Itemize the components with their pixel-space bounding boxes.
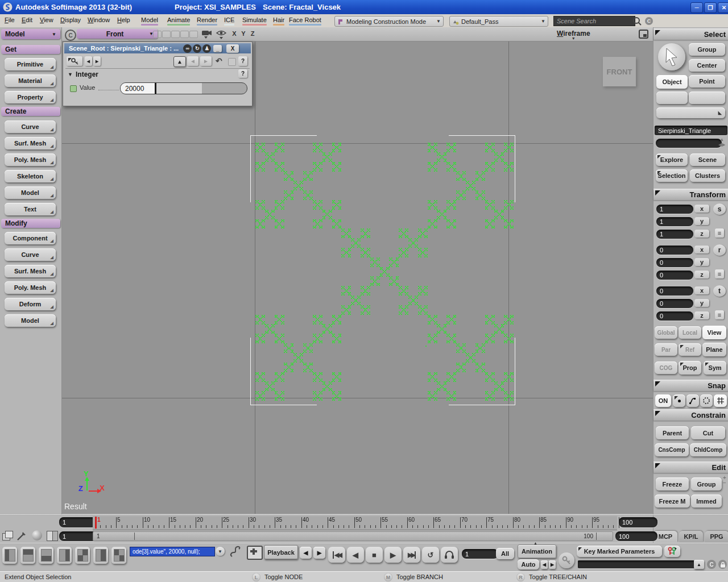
memo-cam-slot[interactable] xyxy=(180,31,189,38)
next-page-button[interactable]: ▸ xyxy=(93,56,101,66)
memo-cam-slot[interactable] xyxy=(162,31,171,38)
cascade-windows-icon[interactable] xyxy=(2,531,14,541)
layout-preset-button[interactable] xyxy=(39,547,53,564)
history-back-button[interactable]: ◄ xyxy=(187,56,198,66)
modify-deform-button[interactable]: Deform◢ xyxy=(5,298,56,310)
get-material-button[interactable]: Material◢ xyxy=(5,74,56,87)
ppg-help-button[interactable]: ? xyxy=(238,56,247,66)
section-help-button[interactable]: ? xyxy=(238,69,247,78)
module-menu-render[interactable]: Render xyxy=(197,16,217,26)
command-line-input[interactable]: ode[3].value", 20000, null); xyxy=(130,547,215,556)
z-axis-view-button[interactable]: Z xyxy=(249,30,257,37)
translate-z-field[interactable]: 0 xyxy=(656,311,693,321)
select-point-button[interactable]: Point xyxy=(689,75,725,88)
section-collapse-icon[interactable]: ▼ xyxy=(68,72,73,77)
snap-curve-button[interactable] xyxy=(686,394,699,407)
frame-start-field[interactable]: 1 xyxy=(59,517,97,527)
user-icon[interactable]: ♟ xyxy=(202,44,211,53)
auto-key-button[interactable]: Auto xyxy=(518,559,539,569)
x-axis-view-button[interactable]: X xyxy=(230,30,238,37)
undo-icon[interactable]: ↶ xyxy=(216,56,222,65)
y-axis-view-button[interactable]: Y xyxy=(239,30,247,37)
selected-object-field[interactable]: Sierpinski_Triangle xyxy=(655,126,727,135)
global-mode-button[interactable]: Global xyxy=(655,326,677,339)
view-type-dropdown[interactable]: Front ▼ xyxy=(77,29,158,39)
loop-button[interactable]: ↺ xyxy=(422,547,439,563)
next-key-button[interactable]: ▶ xyxy=(549,560,556,569)
ref-mode-button[interactable]: Ref xyxy=(679,343,701,356)
chldcomp-button[interactable]: ChldComp xyxy=(690,443,726,456)
range-end-field[interactable]: 100 xyxy=(615,531,657,541)
snap-grid-button[interactable] xyxy=(714,394,727,407)
select-center-button[interactable]: Center xyxy=(689,59,725,72)
slider-expand-button[interactable]: ▲ xyxy=(694,560,704,569)
ppg-close-button[interactable]: X xyxy=(226,44,239,53)
scale-x-field[interactable]: 1 xyxy=(656,205,693,214)
animation-menu-button[interactable]: Animation xyxy=(518,544,556,558)
maximize-button[interactable]: ❐ xyxy=(704,2,717,13)
toolbar-mode-dropdown[interactable]: Model ▼ xyxy=(1,29,60,39)
create-model-button[interactable]: Model◢ xyxy=(5,186,56,199)
value-slider[interactable]: 20000 xyxy=(120,82,247,94)
freeze-button[interactable]: Freeze xyxy=(656,477,689,490)
playhead[interactable] xyxy=(95,517,97,529)
rotate-z-field[interactable]: 0 xyxy=(656,271,693,280)
selection-button[interactable]: Selection xyxy=(656,169,688,182)
module-menu-hair[interactable]: Hair xyxy=(273,16,284,26)
create-text-button[interactable]: Text◢ xyxy=(5,203,56,215)
translate-z-axis-button[interactable]: z xyxy=(694,311,709,319)
menu-help[interactable]: Help xyxy=(117,16,130,23)
memo-cam-slot[interactable] xyxy=(171,31,180,38)
range-start-field[interactable]: 1 xyxy=(59,531,97,541)
select-empty-slot[interactable] xyxy=(656,92,688,104)
modify-curve-button[interactable]: Curve◢ xyxy=(5,248,56,261)
keyable-params-button[interactable] xyxy=(67,56,82,66)
group-plus-minus-icons[interactable]: +− xyxy=(723,475,726,485)
menu-file[interactable]: File xyxy=(5,16,15,23)
menu-edit[interactable]: Edit xyxy=(22,16,32,23)
scale-z-axis-button[interactable]: z xyxy=(694,230,709,238)
pass-dropdown[interactable]: Default_Pass ▼ xyxy=(449,16,548,27)
select-filter-button[interactable]: ◣ xyxy=(656,107,725,118)
clusters-button[interactable]: Clusters xyxy=(690,169,725,182)
layout-preset-button[interactable] xyxy=(111,547,126,564)
translate-x-axis-button[interactable]: x xyxy=(694,286,709,294)
translate-x-field[interactable]: 0 xyxy=(656,286,693,296)
search-icon[interactable] xyxy=(632,16,642,26)
recycle-icon[interactable]: ∞ xyxy=(183,44,192,53)
panel-corner-icon[interactable] xyxy=(655,411,660,416)
explore-button[interactable]: Explore xyxy=(656,153,688,166)
select-tool-button[interactable] xyxy=(658,43,685,70)
next-frame-button[interactable]: ▶ xyxy=(313,547,325,559)
rotate-mode-button[interactable]: r xyxy=(713,244,726,256)
module-menu-model[interactable]: Model xyxy=(141,16,158,26)
rotate-y-field[interactable]: 0 xyxy=(656,258,693,267)
view-mode-button[interactable]: View xyxy=(702,326,726,339)
create-poly-mesh-button[interactable]: Poly. Mesh◢ xyxy=(5,153,56,166)
split-panes-icon[interactable] xyxy=(47,531,58,541)
viewport-canvas[interactable]: FRONT Y Z X Result xyxy=(62,41,653,514)
rotate-z-axis-button[interactable]: z xyxy=(694,271,709,278)
module-menu-face-robot[interactable]: Face Robot xyxy=(289,16,321,26)
object-list-field[interactable] xyxy=(656,139,722,148)
modify-surf-mesh-button[interactable]: Surf. Mesh◢ xyxy=(5,265,56,277)
translate-options-icon[interactable]: ≡ xyxy=(715,310,724,319)
object-cycle-spinner[interactable]: ▲◀▶ xyxy=(718,137,725,147)
menu-view[interactable]: View xyxy=(40,16,53,23)
cnscomp-button[interactable]: CnsComp xyxy=(655,443,689,456)
eye-icon[interactable] xyxy=(216,29,227,39)
modify-component-button[interactable]: Component◢ xyxy=(5,232,56,244)
prop-button[interactable]: Prop xyxy=(679,361,701,375)
tab-ppg[interactable]: PPG xyxy=(705,531,728,542)
go-to-end-button[interactable]: ▶▶ xyxy=(403,547,420,563)
layout-preset-button[interactable] xyxy=(20,547,35,564)
tool-icon[interactable] xyxy=(16,530,27,542)
ppg-minimize-button[interactable]: _ xyxy=(213,45,222,52)
display-mode-dropdown[interactable]: Wireframe ▼ xyxy=(557,30,590,40)
prev-key-button[interactable]: ◀ xyxy=(541,560,548,569)
first-aid-icon[interactable] xyxy=(247,546,263,560)
step-back-button[interactable]: ◀ xyxy=(347,547,364,563)
memo-cam-slot[interactable] xyxy=(153,31,162,38)
timeline-ruler[interactable]: 51015202530354045505560657075808590951 xyxy=(93,516,617,530)
camera-icon[interactable] xyxy=(201,29,212,39)
